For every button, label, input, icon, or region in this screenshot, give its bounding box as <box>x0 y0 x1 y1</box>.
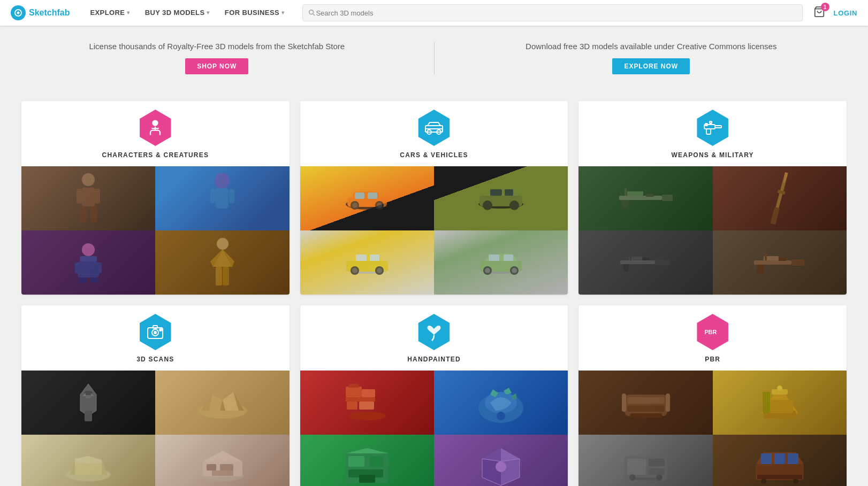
handpainted-image-3 <box>300 435 434 486</box>
cars-icon <box>416 110 452 146</box>
svg-rect-100 <box>85 411 92 421</box>
svg-marker-114 <box>70 459 75 475</box>
promo-divider <box>434 42 435 74</box>
promo-banner: License thousands of Royalty-Free 3D mod… <box>0 26 868 90</box>
svg-rect-161 <box>627 459 646 475</box>
promo-shop: License thousands of Royalty-Free 3D mod… <box>21 42 413 74</box>
svg-line-2 <box>313 14 315 16</box>
svg-marker-139 <box>346 448 389 453</box>
characters-header: CHARACTERS & CREATURES <box>21 101 290 166</box>
svg-rect-125 <box>346 397 375 402</box>
svg-rect-85 <box>643 258 649 260</box>
svg-point-174 <box>793 479 798 484</box>
svg-rect-8 <box>82 188 95 206</box>
category-weapons[interactable]: WEAPONS & MILITARY <box>578 101 847 295</box>
weapons-icon <box>695 110 731 146</box>
svg-rect-119 <box>207 464 216 470</box>
svg-rect-169 <box>761 453 772 464</box>
svg-rect-93 <box>765 253 767 260</box>
weapons-label: WEAPONS & MILITARY <box>672 151 754 159</box>
handpainted-icon <box>416 314 452 350</box>
svg-rect-153 <box>630 413 662 418</box>
weapons-image-2 <box>713 166 847 230</box>
svg-rect-124 <box>362 389 375 397</box>
promo-shop-text: License thousands of Royalty-Free 3D mod… <box>89 42 345 51</box>
svg-point-55 <box>352 268 357 273</box>
scans-image-1 <box>21 371 155 435</box>
svg-rect-136 <box>348 456 364 467</box>
scans-image-2 <box>155 371 289 435</box>
search-input[interactable] <box>316 9 796 17</box>
svg-rect-126 <box>347 402 357 410</box>
category-scans[interactable]: 3D SCANS <box>21 305 290 486</box>
svg-rect-76 <box>622 200 628 207</box>
svg-point-49 <box>509 200 519 210</box>
nav-buy-models[interactable]: BUY 3D MODELS ▾ <box>138 0 217 26</box>
nav-links: EXPLORE ▾ BUY 3D MODELS ▾ FOR BUSINESS ▾ <box>82 0 292 26</box>
handpainted-label: HANDPAINTED <box>407 356 461 363</box>
svg-rect-83 <box>655 259 670 265</box>
svg-rect-68 <box>706 129 711 134</box>
svg-rect-16 <box>210 189 216 203</box>
svg-rect-9 <box>77 189 82 204</box>
svg-rect-46 <box>490 189 502 196</box>
svg-rect-88 <box>754 260 791 265</box>
cars-header: CARS & VEHICLES <box>300 101 568 166</box>
svg-point-4 <box>153 121 158 126</box>
svg-point-128 <box>348 412 386 420</box>
svg-rect-73 <box>662 195 673 201</box>
pbr-image-4 <box>713 435 847 486</box>
characters-image-2 <box>155 166 289 230</box>
categories-row-2: 3D SCANS <box>21 305 847 486</box>
svg-rect-166 <box>635 477 657 480</box>
svg-point-13 <box>215 173 230 189</box>
categories-grid: CHARACTERS & CREATURES <box>0 90 868 486</box>
pbr-images <box>578 371 847 486</box>
cars-images <box>300 166 568 295</box>
svg-rect-30 <box>223 267 229 286</box>
svg-rect-20 <box>78 261 99 277</box>
svg-rect-140 <box>359 475 375 483</box>
cars-image-1 <box>300 166 434 230</box>
shop-now-button[interactable]: SHOP NOW <box>185 58 248 74</box>
cars-image-3 <box>300 230 434 295</box>
search-box[interactable] <box>302 4 802 21</box>
svg-rect-10 <box>95 189 100 204</box>
svg-point-164 <box>629 474 636 481</box>
characters-image-4 <box>155 230 289 295</box>
svg-rect-113 <box>75 463 102 475</box>
logo[interactable]: Sketchfab <box>11 5 70 20</box>
cars-label: CARS & VEHICLES <box>400 151 468 159</box>
svg-rect-52 <box>356 254 367 261</box>
svg-rect-163 <box>649 468 665 475</box>
svg-rect-24 <box>90 277 98 283</box>
svg-rect-91 <box>779 258 786 261</box>
pbr-label: PBR <box>705 356 720 363</box>
pbr-icon: PBR <box>695 314 731 350</box>
nav-for-business[interactable]: FOR BUSINESS ▾ <box>217 0 292 26</box>
svg-rect-39 <box>368 192 377 199</box>
category-characters[interactable]: CHARACTERS & CREATURES <box>21 101 290 295</box>
pbr-image-1 <box>578 371 712 435</box>
svg-point-173 <box>761 479 766 484</box>
svg-rect-81 <box>770 207 780 225</box>
category-cars[interactable]: CARS & VEHICLES <box>300 101 568 295</box>
scans-image-4 <box>155 435 289 486</box>
svg-rect-23 <box>79 277 86 283</box>
nav-explore[interactable]: EXPLORE ▾ <box>82 0 137 26</box>
svg-rect-171 <box>788 453 798 464</box>
category-pbr[interactable]: PBR PBR <box>578 305 847 486</box>
svg-rect-38 <box>355 192 364 199</box>
svg-rect-121 <box>212 470 233 476</box>
cart-icon[interactable]: 1 <box>813 6 825 20</box>
cars-image-2 <box>434 166 568 230</box>
categories-row-1: CHARACTERS & CREATURES <box>21 101 847 295</box>
explore-now-button[interactable]: EXPLORE NOW <box>612 58 690 74</box>
login-button[interactable]: LOGIN <box>834 9 857 17</box>
handpainted-image-2 <box>434 371 568 435</box>
weapons-images <box>578 166 847 295</box>
for-business-chevron-icon: ▾ <box>281 10 284 16</box>
svg-rect-149 <box>627 397 665 404</box>
handpainted-image-1 <box>300 371 434 435</box>
category-handpainted[interactable]: HANDPAINTED <box>300 305 568 486</box>
